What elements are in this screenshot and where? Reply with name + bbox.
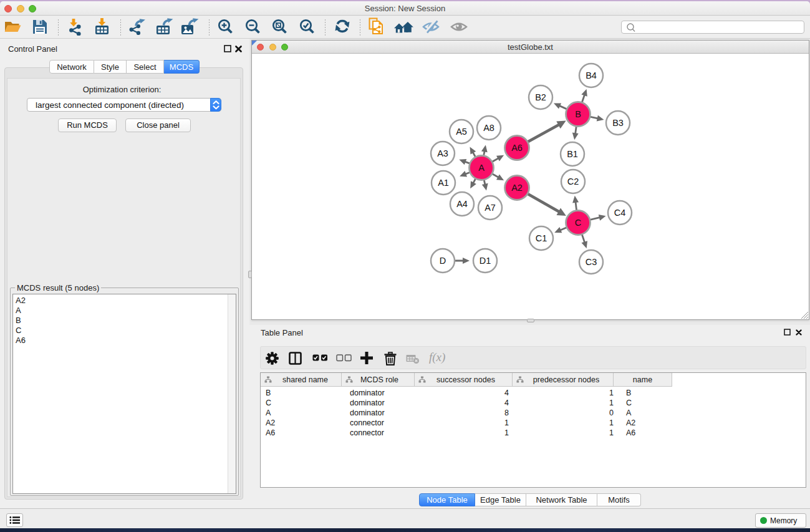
svg-text:C2: C2 — [567, 177, 579, 186]
svg-text:A1: A1 — [438, 178, 449, 188]
svg-text:A6: A6 — [511, 143, 523, 153]
svg-text:C4: C4 — [614, 208, 626, 218]
svg-text:A3: A3 — [437, 148, 448, 158]
svg-text:B3: B3 — [612, 118, 624, 128]
svg-text:B1: B1 — [567, 149, 578, 159]
svg-text:B2: B2 — [535, 92, 546, 102]
svg-text:A4: A4 — [456, 199, 468, 209]
svg-text:A8: A8 — [483, 123, 494, 133]
svg-text:D: D — [440, 256, 446, 266]
svg-text:B: B — [575, 109, 581, 119]
svg-text:B4: B4 — [586, 70, 597, 80]
svg-text:D1: D1 — [480, 256, 491, 266]
svg-text:A2: A2 — [511, 183, 523, 193]
svg-text:A7: A7 — [485, 203, 496, 213]
svg-text:C: C — [575, 218, 581, 228]
svg-text:C1: C1 — [536, 233, 547, 243]
svg-text:A5: A5 — [456, 127, 467, 137]
svg-text:A: A — [478, 163, 485, 173]
svg-text:C3: C3 — [586, 257, 597, 267]
